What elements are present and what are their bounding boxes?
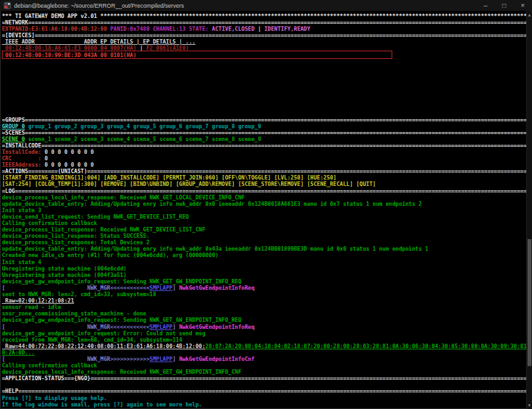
log-line-msg-req: [ NWK_MGR<<<<<<<<<<<<SMPLAPP] NwkGetGwEn… xyxy=(2,285,526,291)
network-status-line: EXTPANID:E3:61:A6:18:00:4B:12:00 PANID:0… xyxy=(2,26,526,32)
terminal-line xyxy=(2,97,526,103)
scenes-row: SCENE_0 scene_1 scene_2 scene_3 scene_4 … xyxy=(2,136,526,142)
actions-row-2: [SAT:254] [COLOR_TEMP[1]:300] [REMOVE] [… xyxy=(2,181,526,187)
device-row-2-selected: 00:12:4B:00:18:99:BE:3D 043A 08 0101(HA) xyxy=(2,52,526,58)
terminal-screen[interactable]: *** TI GATEWAY DEMO APP v2.01 **********… xyxy=(0,11,526,409)
installcode-row: InstallCode: 0 0 0 0 0 0 0 0 xyxy=(2,149,526,155)
log-line: device_process_local_info_response: Rece… xyxy=(2,369,526,375)
groups-separator: =GROUPS=================================… xyxy=(2,117,526,123)
terminal-line xyxy=(2,58,526,65)
terminal-line xyxy=(2,381,526,388)
device-row-1: 00:12:4B:00:18:A6:61:E3 0000 04 0007(HA)… xyxy=(2,45,526,51)
actions-row-1: [START_FINDING_BINDING[1]:004] [ADD_INST… xyxy=(2,174,526,181)
log-line: device_process_list_response: Status SUC… xyxy=(2,233,526,239)
log-line: Init state 4 xyxy=(2,259,526,265)
devices-header: IEEE ADDR ADDR EP DETAILS | EP DETAILS |… xyxy=(2,38,526,45)
log-line: device_process_local_info_response: Rece… xyxy=(2,194,526,201)
scrollbar-down-icon[interactable]: ▼ xyxy=(527,402,532,408)
log-line-raw: 0:2A:0D... xyxy=(2,349,526,356)
log-line: device_process_list_response: Received N… xyxy=(2,226,526,233)
log-line: device_send_list_request: Sending NWK_GE… xyxy=(2,213,526,220)
log-line: Unregistering state machine (004f3a51) xyxy=(2,272,526,278)
log-line: sent to NWK_MGR: len=2, cmd_id=33, subsy… xyxy=(2,291,526,297)
terminal-line xyxy=(2,90,526,97)
log-line: Calling confirmation callback xyxy=(2,362,526,369)
network-separator: =NETWORK================================… xyxy=(2,19,526,26)
log-line: Init state 3 xyxy=(2,207,526,213)
crc-row: CRC : 0 xyxy=(2,155,526,162)
window-controls: – □ × xyxy=(476,0,532,11)
scrollbar-up-icon[interactable]: ▲ xyxy=(527,12,532,18)
log-line: Created new idle_cb entry (#1) for func … xyxy=(2,252,526,258)
log-line: device_process_list_response: Total Devi… xyxy=(2,239,526,246)
window-title: debian@beaglebone: ~/source/ERROR__out/P… xyxy=(14,3,184,9)
log-separator: =LOG====================================… xyxy=(2,188,526,194)
terminal-line xyxy=(2,65,526,71)
window-titlebar[interactable]: debian@beaglebone: ~/source/ERROR__out/P… xyxy=(0,0,532,11)
help-line-2: If the log window is small, press [?] ag… xyxy=(2,401,526,408)
scrollbar-thumb[interactable] xyxy=(528,239,531,366)
app-icon xyxy=(4,2,11,9)
help-line-1: Press [?] to display usage help. xyxy=(2,395,526,401)
log-line: Unregistering state machine (004e6cdd) xyxy=(2,265,526,272)
log-line: device_get_gw_endpoint_info_request: Sen… xyxy=(2,317,526,323)
application-status-separator: =APPLICATION-STATUS==={NGO}=============… xyxy=(2,375,526,381)
terminal-line xyxy=(2,84,526,90)
log-line: received from NWK_MGR: len=68, cmd_id=34… xyxy=(2,337,526,343)
app-title-line: *** TI GATEWAY DEMO APP v2.01 **********… xyxy=(2,13,526,19)
log-line: snsr_zone_commissioning_state_machine - … xyxy=(2,310,526,317)
help-separator: =HELP===================================… xyxy=(2,388,526,394)
log-line-msg-cnf: [ NWK_MGR>>>>>>>>>>>>SMPLAPP] NwkGetGwEn… xyxy=(2,356,526,362)
minimize-button[interactable]: – xyxy=(476,0,495,11)
devices-separator: =[DEVICES]==============================… xyxy=(2,32,526,38)
groups-row: GROUP_0 group_1 group_2 group_3 group_4 … xyxy=(2,123,526,129)
log-line: device_get_gw_endpoint_info_request: Sen… xyxy=(2,278,526,285)
log-line: sensor read - idle xyxy=(2,304,526,310)
ieeeaddress-row: IEEEAddress: 0 0 0 0 0 0 0 0 xyxy=(2,162,526,168)
log-line: Calling confirmation callback xyxy=(2,220,526,226)
maximize-button[interactable]: □ xyxy=(495,0,513,11)
log-line: update_device_table_entry: Adding/Updati… xyxy=(2,246,526,252)
log-line-msg-req: [ NWK_MGR<<<<<<<<<<<<SMPLAPP] NwkGetGwEn… xyxy=(2,324,526,330)
close-button[interactable]: × xyxy=(513,0,532,11)
actions-separator: =ACTIONS=========(UNICAST)==============… xyxy=(2,168,526,174)
terminal-line xyxy=(2,103,526,110)
terminal-line xyxy=(2,71,526,78)
terminal-window: debian@beaglebone: ~/source/ERROR__out/P… xyxy=(0,0,532,409)
scrollbar[interactable]: ▲ ▼ xyxy=(526,11,532,409)
terminal-line xyxy=(2,110,526,116)
log-line-raw: Raw=02:00:12:21:08:21 xyxy=(2,297,526,304)
log-line: update_device_table_entry: Adding/Updati… xyxy=(2,201,526,207)
scenes-separator: =SCENES=================================… xyxy=(2,129,526,136)
log-line: device_get_gw_endpoint_info_request: Err… xyxy=(2,330,526,337)
log-line-raw: Raw=44:00:72:22:08:22:12:40:08:00:11:E3:… xyxy=(2,343,526,349)
terminal-line xyxy=(2,78,526,84)
installcode-separator: =INSTALLCODE============================… xyxy=(2,142,526,149)
